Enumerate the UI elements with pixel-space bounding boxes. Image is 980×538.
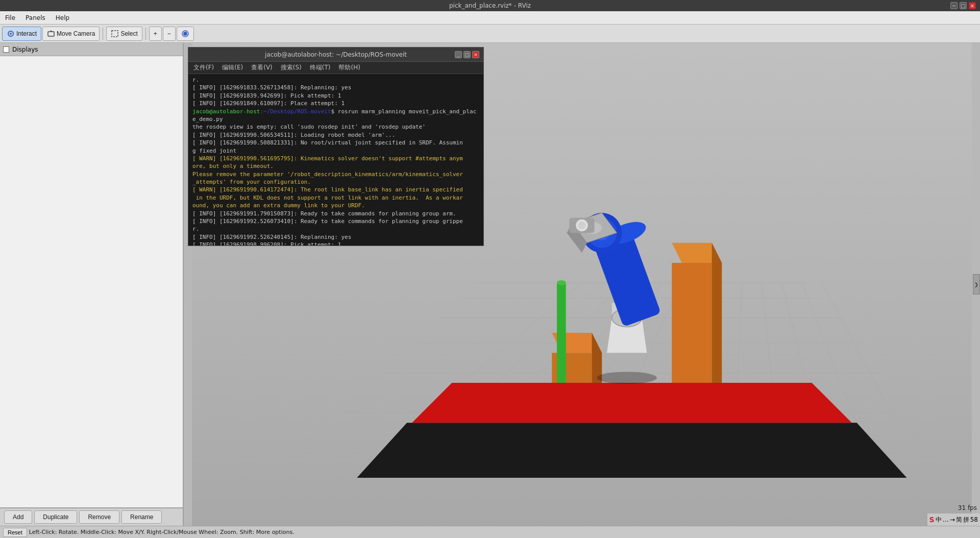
- term-line: r.: [192, 76, 479, 84]
- toolbar-separator-1: [103, 28, 103, 40]
- ime-arrow: →: [950, 516, 955, 523]
- zoom-out-button[interactable]: −: [163, 27, 176, 41]
- term-line: [ INFO] [1629691849.610097]: Place attem…: [192, 100, 479, 107]
- close-button[interactable]: ×: [969, 2, 976, 9]
- term-line: [ INFO] [1629691992.526240145]: Replanni…: [192, 233, 479, 241]
- term-line: ore, but only a timeout.: [192, 162, 479, 170]
- svg-marker-29: [357, 423, 906, 478]
- svg-point-52: [578, 222, 586, 230]
- ime-pinyin[interactable]: 拼: [963, 516, 969, 524]
- terminal-menu-file[interactable]: 文件(F): [190, 62, 217, 73]
- svg-rect-4: [112, 31, 118, 37]
- svg-rect-2: [48, 32, 54, 36]
- minimize-button[interactable]: −: [950, 2, 958, 9]
- rename-button[interactable]: Rename: [121, 510, 162, 524]
- window-controls[interactable]: − □ ×: [950, 2, 976, 9]
- terminal-title: jacob@autolabor-host: ~/Desktop/ROS-move…: [265, 51, 407, 58]
- terminal-minimize-button[interactable]: _: [455, 51, 462, 58]
- toolbar-separator-2: [145, 28, 146, 40]
- select-icon: [111, 30, 119, 38]
- fps-indicator: 31 fps: [958, 504, 977, 511]
- remove-button[interactable]: Remove: [79, 510, 119, 524]
- ime-lang[interactable]: 中: [936, 516, 942, 524]
- menu-help[interactable]: Help: [53, 13, 72, 22]
- title-bar: pick_and_place.rviz* - RViz − □ ×: [0, 0, 980, 11]
- terminal-menu-view[interactable]: 查看(V): [248, 62, 276, 73]
- add-button[interactable]: Add: [4, 510, 32, 524]
- terminal-window[interactable]: jacob@autolabor-host: ~/Desktop/ROS-move…: [188, 47, 484, 246]
- term-line: [ INFO] [1629691990.508821331]: No root/…: [192, 139, 479, 146]
- terminal-menu-search[interactable]: 搜索(S): [278, 62, 305, 73]
- term-line: [ INFO] [1629691991.790150873]: Ready to…: [192, 210, 479, 217]
- move-camera-icon: [47, 30, 55, 38]
- terminal-maximize-button[interactable]: □: [463, 51, 471, 58]
- select-button[interactable]: Select: [106, 27, 142, 41]
- ime-simplified[interactable]: 简: [956, 516, 962, 524]
- svg-marker-30: [412, 383, 852, 423]
- term-line: [ INFO] [1629691990.506534511]: Loading …: [192, 131, 479, 139]
- focus-icon: [181, 30, 189, 38]
- status-hint: Left-Click: Rotate. Middle-Click: Move X…: [29, 529, 295, 535]
- maximize-button[interactable]: □: [960, 2, 967, 9]
- viewport-3d[interactable]: jacob@autolabor-host: ~/Desktop/ROS-move…: [184, 43, 980, 526]
- left-panel: Displays Add Duplicate Remove Rename: [0, 43, 184, 526]
- terminal-menu-help[interactable]: 帮助(H): [335, 62, 363, 73]
- menu-file[interactable]: File: [2, 13, 18, 22]
- term-line: g fixed joint: [192, 147, 479, 155]
- displays-header: Displays: [0, 43, 183, 56]
- term-line: [ WARN] [1629691990.561695795]: Kinemati…: [192, 155, 479, 162]
- terminal-titlebar: jacob@autolabor-host: ~/Desktop/ROS-move…: [188, 47, 483, 62]
- svg-rect-34: [557, 283, 566, 383]
- term-line: _attempts' from your configuration.: [192, 178, 479, 186]
- term-line: the rosdep view is empty: call 'sudo ros…: [192, 123, 479, 131]
- ime-dots: …: [943, 516, 949, 523]
- bottom-panel: Add Duplicate Remove Rename: [0, 507, 183, 526]
- menu-bar: File Panels Help: [0, 11, 980, 25]
- term-line: Please remove the parameter '/robot_desc…: [192, 170, 479, 178]
- sogou-icon: S: [929, 516, 935, 524]
- svg-point-53: [597, 372, 657, 384]
- right-collapse-handle[interactable]: ❯: [973, 274, 980, 295]
- term-line: [ WARN] [1629691990.614172474]: The root…: [192, 186, 479, 193]
- menu-panels[interactable]: Panels: [22, 13, 48, 22]
- status-bar: Reset Left-Click: Rotate. Middle-Click: …: [0, 526, 980, 538]
- term-line: [ INFO] [1629691839.942699]: Pick attemp…: [192, 92, 479, 100]
- svg-point-5: [183, 32, 187, 36]
- move-camera-button[interactable]: Move Camera: [42, 27, 100, 41]
- term-line: [ INFO] [1629691998.996208]: Pick attemp…: [192, 241, 479, 246]
- term-line: [ INFO] [1629691992.526073410]: Ready to…: [192, 217, 479, 225]
- duplicate-button[interactable]: Duplicate: [34, 510, 77, 524]
- terminal-window-controls[interactable]: _ □ ×: [455, 51, 479, 58]
- interact-button[interactable]: Interact: [2, 27, 41, 41]
- terminal-menu-edit[interactable]: 编辑(E): [219, 62, 246, 73]
- displays-content[interactable]: [0, 56, 183, 507]
- term-line: in the URDF, but KDL does not support a …: [192, 194, 479, 202]
- svg-marker-36: [672, 263, 712, 383]
- svg-point-1: [10, 33, 12, 35]
- term-line: ound, you can add an extra dummy link to…: [192, 202, 479, 209]
- displays-label: Displays: [12, 46, 38, 53]
- reset-button[interactable]: Reset: [3, 528, 27, 537]
- terminal-menubar: 文件(F) 编辑(E) 查看(V) 搜索(S) 终端(T) 帮助(H): [188, 62, 483, 74]
- terminal-menu-terminal[interactable]: 终端(T): [307, 62, 334, 73]
- toolbar: Interact Move Camera Select + −: [0, 25, 980, 43]
- terminal-close-button[interactable]: ×: [472, 51, 479, 58]
- displays-checkbox[interactable]: [3, 46, 9, 53]
- terminal-content[interactable]: r. [ INFO] [1629691833.526713458]: Repla…: [188, 74, 483, 246]
- svg-point-35: [557, 280, 566, 285]
- window-title: pick_and_place.rviz* - RViz: [449, 2, 531, 9]
- term-line: r.: [192, 225, 479, 233]
- svg-marker-3: [50, 30, 52, 32]
- zoom-in-button[interactable]: +: [149, 27, 162, 41]
- main-layout: Displays Add Duplicate Remove Rename: [0, 43, 980, 526]
- ime-toolbar[interactable]: S 中 … → 简 拼 58: [927, 513, 980, 526]
- svg-marker-38: [712, 243, 722, 383]
- term-line: [ INFO] [1629691833.526713458]: Replanni…: [192, 84, 479, 91]
- ime-label: 58: [970, 516, 978, 523]
- focus-button[interactable]: [177, 27, 194, 41]
- term-prompt-line: jacob@autolabor-host:~/Desktop/ROS-movei…: [192, 108, 479, 124]
- interact-icon: [7, 30, 15, 38]
